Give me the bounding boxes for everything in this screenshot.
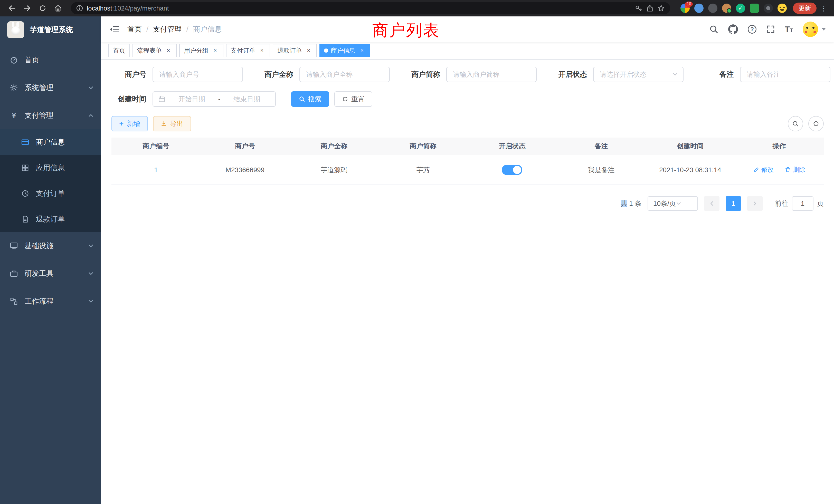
create-time-range-picker[interactable]: 开始日期 - 结束日期 bbox=[153, 91, 276, 107]
search-form-row-2: 创建时间 开始日期 - 结束日期 搜索 重置 bbox=[111, 91, 824, 107]
next-page-icon[interactable] bbox=[747, 196, 763, 211]
share-icon[interactable] bbox=[646, 4, 654, 12]
document-icon bbox=[21, 214, 30, 224]
page-size-select[interactable]: 10条/页 bbox=[648, 196, 698, 211]
extension-icon-2[interactable] bbox=[694, 4, 704, 13]
pagination: 共 1 条 10条/页 1 前往 页 bbox=[111, 196, 824, 211]
top-navbar: 首页 / 支付管理 / 商户信息 bbox=[101, 17, 834, 42]
close-icon[interactable]: × bbox=[305, 47, 312, 54]
browser-menu-icon[interactable]: ⋮ bbox=[818, 4, 829, 13]
col-actions: 操作 bbox=[734, 138, 824, 155]
chevron-down-icon bbox=[88, 85, 94, 91]
form-item-remark: 备注 bbox=[699, 67, 830, 82]
extensions-area: 10 bbox=[680, 4, 787, 13]
sidebar-item-app-info[interactable]: 应用信息 bbox=[0, 155, 101, 181]
select-placeholder: 请选择开启状态 bbox=[600, 70, 672, 79]
password-key-icon[interactable] bbox=[635, 4, 642, 12]
toggle-search-icon[interactable] bbox=[788, 116, 803, 131]
field-label: 商户全称 bbox=[258, 70, 293, 79]
close-icon[interactable]: × bbox=[258, 47, 265, 54]
tab-refund-order[interactable]: 退款订单× bbox=[273, 44, 317, 57]
address-bar[interactable]: localhost:1024/pay/merchant bbox=[71, 2, 670, 14]
workflow-icon bbox=[9, 297, 19, 306]
tab-merchant-info[interactable]: 商户信息× bbox=[320, 44, 370, 57]
form-item-merchant-short: 商户简称 bbox=[405, 67, 537, 82]
app-logo[interactable]: 芋道管理系统 bbox=[0, 17, 101, 43]
dashboard-icon bbox=[9, 55, 19, 65]
sidebar-item-pay-order[interactable]: 支付订单 bbox=[0, 181, 101, 206]
sidebar-fold-icon[interactable] bbox=[109, 25, 119, 33]
refresh-icon[interactable] bbox=[808, 116, 824, 131]
breadcrumb-separator: / bbox=[146, 25, 148, 33]
sidebar-item-merchant-info[interactable]: 商户信息 bbox=[0, 129, 101, 155]
status-select[interactable]: 请选择开启状态 bbox=[593, 67, 683, 82]
extension-icon-5[interactable] bbox=[736, 4, 745, 13]
main-area: 商户列表 首页 / 支付管理 / 商户信息 bbox=[101, 17, 834, 504]
breadcrumb-home[interactable]: 首页 bbox=[127, 24, 142, 34]
search-button-label: 搜索 bbox=[308, 95, 322, 104]
merchant-short-input[interactable] bbox=[446, 67, 537, 82]
merchant-no-input[interactable] bbox=[153, 67, 243, 82]
font-size-icon[interactable] bbox=[785, 26, 793, 33]
bookmark-star-icon[interactable] bbox=[657, 4, 665, 12]
sidebar-item-system[interactable]: 系统管理 bbox=[0, 74, 101, 101]
app-frame: 芋道管理系统 首页 系统管理 支付管理 bbox=[0, 17, 834, 504]
extension-icon-1[interactable]: 10 bbox=[680, 4, 690, 13]
reload-icon[interactable] bbox=[36, 2, 49, 15]
reset-button[interactable]: 重置 bbox=[334, 91, 372, 107]
extension-icon-7[interactable] bbox=[764, 4, 773, 13]
tab-user-group[interactable]: 用户分组× bbox=[179, 44, 223, 57]
search-button[interactable]: 搜索 bbox=[291, 91, 329, 107]
user-menu[interactable] bbox=[803, 22, 826, 37]
sidebar-item-devtools[interactable]: 研发工具 bbox=[0, 260, 101, 288]
col-merchant-id: 商户编号 bbox=[111, 138, 200, 155]
add-button[interactable]: 新增 bbox=[111, 116, 148, 131]
merchant-name-input[interactable] bbox=[300, 67, 390, 82]
goto-label: 前往 bbox=[775, 199, 788, 208]
extension-icon-6[interactable] bbox=[750, 4, 759, 13]
col-status: 开启状态 bbox=[467, 138, 557, 155]
edit-link[interactable]: 修改 bbox=[753, 165, 774, 174]
credit-card-icon bbox=[21, 138, 30, 147]
field-label: 商户简称 bbox=[405, 70, 440, 79]
remark-input[interactable] bbox=[740, 67, 830, 82]
export-button[interactable]: 导出 bbox=[153, 116, 191, 131]
tab-process-form[interactable]: 流程表单× bbox=[132, 44, 177, 57]
github-icon[interactable] bbox=[728, 24, 738, 34]
cell-merchant-short: 芋艿 bbox=[378, 155, 467, 185]
sidebar-item-home[interactable]: 首页 bbox=[0, 46, 101, 74]
navbar-right bbox=[709, 22, 826, 37]
delete-link[interactable]: 删除 bbox=[785, 165, 805, 174]
chevron-up-icon bbox=[88, 112, 94, 118]
goto-page-input[interactable] bbox=[792, 196, 813, 211]
back-icon[interactable] bbox=[5, 2, 19, 15]
sidebar-item-workflow[interactable]: 工作流程 bbox=[0, 288, 101, 315]
help-icon[interactable] bbox=[748, 25, 756, 33]
sidebar-item-label: 支付管理 bbox=[25, 111, 53, 120]
fullscreen-icon[interactable] bbox=[766, 25, 775, 33]
sidebar-item-refund-order[interactable]: 退款订单 bbox=[0, 206, 101, 232]
sidebar-item-label: 研发工具 bbox=[25, 269, 53, 278]
breadcrumb-payment[interactable]: 支付管理 bbox=[153, 24, 182, 34]
home-icon[interactable] bbox=[51, 2, 65, 15]
tab-home[interactable]: 首页 bbox=[108, 44, 130, 57]
pay-order-icon bbox=[21, 189, 30, 198]
sidebar-item-payment[interactable]: 支付管理 bbox=[0, 101, 101, 129]
tab-label: 退款订单 bbox=[277, 46, 302, 55]
sidebar-item-infra[interactable]: 基础设施 bbox=[0, 232, 101, 260]
close-icon[interactable]: × bbox=[165, 47, 172, 54]
forward-icon[interactable] bbox=[21, 2, 34, 15]
prev-page-icon[interactable] bbox=[704, 196, 720, 211]
status-toggle[interactable] bbox=[502, 165, 522, 175]
browser-update-button[interactable]: 更新 bbox=[793, 3, 816, 14]
close-icon[interactable]: × bbox=[212, 47, 219, 54]
close-icon[interactable]: × bbox=[358, 47, 366, 54]
page-number-1[interactable]: 1 bbox=[726, 196, 741, 211]
header-search-icon[interactable] bbox=[709, 25, 719, 34]
tab-pay-order[interactable]: 支付订单× bbox=[226, 44, 270, 57]
extension-icon-3[interactable] bbox=[708, 4, 718, 13]
extension-icon-8[interactable] bbox=[777, 4, 787, 13]
site-info-icon[interactable] bbox=[76, 5, 83, 12]
export-button-label: 导出 bbox=[170, 119, 183, 128]
extension-icon-4[interactable] bbox=[722, 4, 731, 13]
